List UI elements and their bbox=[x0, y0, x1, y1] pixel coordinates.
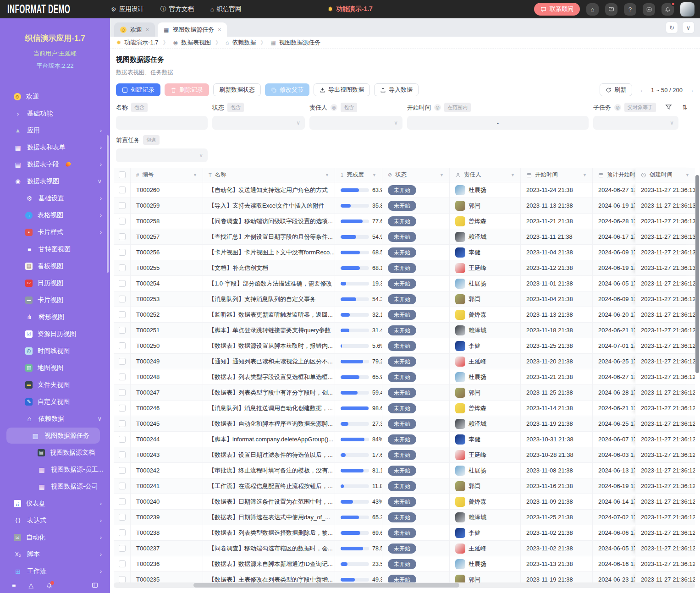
start-time-range-input[interactable]: - bbox=[407, 116, 589, 130]
table-row[interactable]: T000244【脚本】informat.company.deleteAppGro… bbox=[114, 432, 695, 447]
row-checkbox[interactable] bbox=[119, 218, 126, 225]
filter-funnel-icon[interactable] bbox=[665, 104, 672, 112]
table-row[interactable]: T000254【1.0-字段】部分函数方法描述准确，需要修改19.3%未开始杜展… bbox=[114, 276, 695, 291]
row-checkbox[interactable] bbox=[119, 373, 126, 380]
header-id[interactable]: # 编号 ▼ bbox=[131, 168, 203, 182]
header-planned-start-time[interactable]: 预计开始时间 bbox=[593, 168, 635, 182]
column-menu-icon[interactable]: ▼ bbox=[372, 173, 376, 177]
sidebar-item-文件夹视图[interactable]: ▬文件夹视图 bbox=[0, 376, 110, 393]
breadcrumb-item-dependency[interactable]: ⌂ 依赖数据 bbox=[226, 38, 256, 47]
nav-official-docs[interactable]: ⓘ 官方文档 bbox=[160, 5, 194, 13]
sidebar-item-日历视图[interactable]: 17日历视图 bbox=[0, 275, 110, 291]
table-row[interactable]: T000242【审批流】终止流程时填写备注的模板，没有...81.1%未开始杜展… bbox=[114, 463, 695, 478]
table-row[interactable]: T000255【文档】补充信创文档68.1%未开始王延峰2023-11-12 2… bbox=[114, 260, 695, 276]
table-row[interactable]: T000246【消息队列】消息推送调用自动化创建数据，...98.6%未开始曾烨… bbox=[114, 401, 695, 416]
sidebar-item-卡片样式[interactable]: ▪卡片样式› bbox=[0, 224, 110, 241]
table-row[interactable]: T000245【数据表】自动化和脚本程序查询数据来源脚...27.3%未开始赖泽… bbox=[114, 416, 695, 432]
header-status[interactable]: ⊘ 状态 ▼ bbox=[382, 168, 450, 182]
table-row[interactable]: T000241【工作流】在流程信息配置终止流程按钮后，...11.8%未开始郭闫… bbox=[114, 478, 695, 494]
sidebar-item-基础功能[interactable]: ›基础功能 bbox=[0, 105, 110, 122]
tab-view-datasource-task[interactable]: ▦ 视图数据源任务 × bbox=[158, 22, 227, 37]
sort-icon[interactable]: ⇅ bbox=[682, 104, 688, 112]
table-row[interactable]: T000253【消息队列】支持消息队列的自定义事务54.3%未开始郭闫2023-… bbox=[114, 291, 695, 307]
row-checkbox[interactable] bbox=[119, 529, 126, 536]
row-checkbox[interactable] bbox=[119, 389, 126, 396]
sidebar-item-资源日历视图[interactable]: ☑资源日历视图 bbox=[0, 325, 110, 342]
column-menu-icon[interactable]: ▼ bbox=[193, 173, 197, 177]
row-checkbox[interactable] bbox=[119, 498, 126, 505]
sidebar-item-数据表和表单[interactable]: ▦数据表和表单› bbox=[0, 139, 110, 156]
table-row[interactable]: T000251【脚本】单点登录跳转链接需要支持query参数31.4%未开始赖泽… bbox=[114, 323, 695, 338]
nav-app-design[interactable]: ⚙ 应用设计 bbox=[111, 5, 144, 13]
row-checkbox[interactable] bbox=[119, 233, 126, 240]
assistant-button[interactable] bbox=[643, 3, 655, 16]
sidebar-item-表格视图[interactable]: →表格视图› bbox=[0, 207, 110, 224]
breadcrumb-item-views[interactable]: ◉ 数据表视图 bbox=[173, 38, 210, 47]
table-row[interactable]: T000243【数据表】设置日期过滤条件的待选值以后，...17.6%未开始王延… bbox=[114, 447, 695, 463]
select-all-checkbox[interactable] bbox=[119, 171, 126, 178]
table-row[interactable]: T000237【问卷调查】移动端勾选市辖区的数据时，会...78.5%未开始王延… bbox=[114, 541, 695, 556]
horizontal-scrollbar[interactable] bbox=[193, 583, 459, 588]
bell-icon[interactable] bbox=[46, 582, 52, 588]
row-checkbox[interactable] bbox=[119, 327, 126, 334]
row-checkbox[interactable] bbox=[119, 264, 126, 271]
export-view-data-button[interactable]: 导出视图数据 bbox=[314, 83, 370, 96]
row-checkbox[interactable] bbox=[119, 451, 126, 458]
sidebar-item-应用[interactable]: ▲应用› bbox=[0, 122, 110, 139]
sidebar-item-基础设置[interactable]: ⚙基础设置› bbox=[0, 190, 110, 207]
table-row[interactable]: T000257【查找汇总】左侧设置日期字段的月份等条件...54.9%未开始赖泽… bbox=[114, 229, 695, 245]
import-data-button[interactable]: 导入数据 bbox=[374, 83, 419, 96]
sidebar-item-数据表视图[interactable]: ◉数据表视图∨ bbox=[0, 173, 110, 190]
refresh-button[interactable]: 刷新 bbox=[600, 83, 632, 96]
sidebar-item-工作流[interactable]: ⊞工作流› bbox=[0, 563, 110, 577]
status-filter-select[interactable]: ∨ bbox=[212, 116, 305, 130]
row-checkbox[interactable] bbox=[119, 202, 126, 209]
nav-official-site[interactable]: ⌂ 织信官网 bbox=[210, 5, 242, 13]
breadcrumb-item-demo[interactable]: ✹ 功能演示-1.7 bbox=[116, 38, 158, 47]
row-checkbox[interactable] bbox=[119, 249, 126, 256]
sidebar-item-看板视图[interactable]: ▤看板视图 bbox=[0, 258, 110, 275]
refresh-tab-button[interactable]: ↻ bbox=[666, 22, 678, 33]
menu-list-icon[interactable]: ≡ bbox=[12, 582, 16, 589]
table-row[interactable]: T000239【数据表】日期筛选在表达式中使用day_of_...65.2%未开… bbox=[114, 510, 695, 525]
row-checkbox[interactable] bbox=[119, 358, 126, 365]
table-row[interactable]: T000259【导入】支持去读取Excel文件中插入的附件35.8%未开始郭闫2… bbox=[114, 198, 695, 214]
header-created-time[interactable]: 创建时间 ▼ bbox=[635, 168, 695, 182]
sidebar-item-视图数据源文档[interactable]: ▤视图数据源文档 bbox=[0, 444, 110, 461]
table-row[interactable]: T000248【数据表】列表类型字段设置复选框和单选框...65.9%未开始杜展… bbox=[114, 369, 695, 385]
sidebar-item-视图数据源-公司[interactable]: ▦视图数据源-公司 bbox=[0, 478, 110, 495]
contact-advisor-button[interactable]: 联系顾问 bbox=[534, 3, 580, 16]
header-owner[interactable]: 责任人 ▼ bbox=[450, 168, 521, 182]
user-avatar[interactable] bbox=[680, 2, 694, 16]
row-checkbox[interactable] bbox=[119, 560, 126, 567]
close-icon[interactable]: × bbox=[146, 27, 149, 33]
sidebar-item-卡片视图[interactable]: ▬卡片视图 bbox=[0, 291, 110, 308]
header-name[interactable]: T 名称 ▼ bbox=[203, 168, 335, 182]
table-row[interactable]: T000250【数据表】数据源设置从脚本获取时，报错内...5.6%未开始李健2… bbox=[114, 338, 695, 354]
sidebar-item-视图数据源任务[interactable]: ▦视图数据源任务 bbox=[0, 427, 110, 444]
vertical-scrollbar[interactable] bbox=[695, 175, 699, 373]
column-menu-icon[interactable]: ▼ bbox=[440, 173, 444, 177]
row-checkbox[interactable] bbox=[119, 405, 126, 412]
alert-icon[interactable]: △ bbox=[28, 582, 33, 589]
row-checkbox[interactable] bbox=[119, 514, 126, 521]
close-icon[interactable]: × bbox=[218, 27, 221, 33]
row-checkbox[interactable] bbox=[119, 467, 126, 474]
column-menu-icon[interactable]: ▼ bbox=[583, 173, 587, 177]
sidebar-item-视图数据源-员工...[interactable]: ▦视图数据源-员工... bbox=[0, 461, 110, 478]
sidebar-item-脚本[interactable]: X₂脚本› bbox=[0, 546, 110, 563]
breadcrumb-item-current[interactable]: ▦ 视图数据源任务 bbox=[270, 38, 320, 47]
home-button[interactable]: ⌂ bbox=[586, 3, 599, 16]
sidebar-item-数据表字段[interactable]: ▤数据表字段› bbox=[0, 156, 110, 173]
table-row[interactable]: T000247【数据表】列表类型字段中有评分字段时，创...59.4%未开始郭闫… bbox=[114, 385, 695, 401]
tab-list-button[interactable]: ∨ bbox=[682, 22, 694, 33]
column-menu-icon[interactable]: ▼ bbox=[325, 173, 329, 177]
row-checkbox[interactable] bbox=[119, 420, 126, 427]
create-record-button[interactable]: 创建记录 bbox=[116, 83, 160, 96]
row-checkbox[interactable] bbox=[119, 187, 126, 193]
sidebar-item-仪表盘[interactable]: ⣴仪表盘› bbox=[0, 495, 110, 512]
sidebar-item-自定义视图[interactable]: ✎自定义视图 bbox=[0, 393, 110, 410]
table-row[interactable]: T000238【数据表】列表类型数据选择数据删除后，被...69.6%未开始李健… bbox=[114, 525, 695, 541]
sidebar-item-自动化[interactable]: ⊡自动化› bbox=[0, 529, 110, 546]
row-checkbox[interactable] bbox=[119, 342, 126, 349]
